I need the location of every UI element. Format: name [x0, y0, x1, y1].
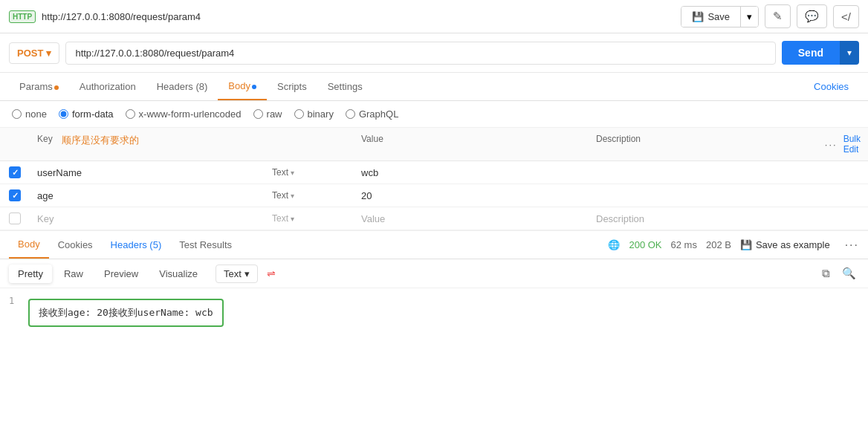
- tab-cookies[interactable]: Cookies: [803, 74, 859, 100]
- th-checkbox: [0, 128, 30, 160]
- status-size: 202 B: [706, 239, 731, 250]
- th-chinese-note: 顺序是没有要求的: [62, 134, 139, 155]
- edit-button[interactable]: ✎: [765, 4, 791, 28]
- save-icon: 💾: [692, 11, 704, 22]
- copy-button[interactable]: ⧉: [819, 264, 833, 283]
- row2-type[interactable]: Text ▾: [265, 185, 354, 206]
- tab-body[interactable]: Body: [218, 73, 267, 100]
- format-chevron-icon: ▾: [244, 268, 250, 279]
- code-button[interactable]: </: [833, 5, 859, 28]
- checkbox-checked-icon: [9, 189, 21, 201]
- resp-tab-headers[interactable]: Headers (5): [102, 232, 171, 258]
- option-graphql[interactable]: GraphQL: [346, 108, 398, 120]
- wrap-icon[interactable]: ⇌: [267, 267, 276, 279]
- bulk-edit-button[interactable]: Bulk Edit: [843, 134, 861, 155]
- checkbox-unchecked-icon: [9, 212, 21, 224]
- status-time: 62 ms: [671, 239, 697, 250]
- row1-description[interactable]: [589, 167, 823, 178]
- method-chevron-icon: ▾: [46, 48, 51, 59]
- response-section: Body Cookies Headers (5) Test Results 🌐 …: [0, 230, 868, 425]
- response-content: 1 接收到age: 20接收到userName: wcb: [9, 296, 859, 327]
- tab-authorization[interactable]: Authorization: [69, 74, 146, 100]
- row2-checkbox[interactable]: [0, 184, 30, 207]
- resp-tab-body[interactable]: Body: [9, 231, 49, 259]
- method-select[interactable]: POST ▾: [9, 42, 59, 64]
- format-preview-button[interactable]: Preview: [95, 265, 147, 283]
- response-tabs: Body Cookies Headers (5) Test Results 🌐 …: [0, 231, 868, 259]
- send-chevron-button[interactable]: ▾: [840, 41, 859, 65]
- title-bar: HTTP http://127.0.0.1:8080/request/param…: [0, 0, 868, 33]
- tab-params[interactable]: Params: [9, 74, 69, 100]
- send-button[interactable]: Send: [782, 41, 840, 65]
- resp-tab-cookies[interactable]: Cookies: [49, 232, 102, 258]
- format-type-select[interactable]: Text ▾: [216, 265, 258, 283]
- option-urlencoded[interactable]: x-www-form-urlencoded: [126, 108, 242, 120]
- option-none[interactable]: none: [12, 108, 47, 120]
- row3-actions: [823, 213, 868, 224]
- more-options-icon[interactable]: ···: [825, 139, 838, 150]
- format-visualize-button[interactable]: Visualize: [150, 265, 207, 283]
- table-row-new: Key Text ▾ Value Description: [0, 207, 868, 230]
- title-actions: 💾 Save ▾ ✎ 💬 </: [681, 4, 859, 28]
- row2-actions: [823, 190, 868, 201]
- th-value: Value: [354, 128, 589, 160]
- url-bar: POST ▾ Send ▾: [0, 33, 868, 73]
- row2-key[interactable]: age: [30, 185, 265, 207]
- resp-tab-test-results[interactable]: Test Results: [170, 232, 241, 258]
- checkbox-checked-icon: [9, 166, 21, 178]
- response-more-icon[interactable]: ···: [845, 239, 859, 252]
- params-table: Key 顺序是没有要求的 Value Description ··· Bulk …: [0, 128, 868, 230]
- table-row: age Text ▾ 20: [0, 184, 868, 207]
- response-text: 接收到age: 20接收到userName: wcb: [39, 307, 213, 318]
- response-body: 1 接收到age: 20接收到userName: wcb: [0, 288, 868, 425]
- response-code-box: 接收到age: 20接收到userName: wcb: [28, 299, 224, 327]
- th-description: Description: [589, 128, 823, 160]
- save-as-example-button[interactable]: 💾 Save as example: [740, 239, 830, 250]
- th-type: [265, 128, 354, 160]
- line-number: 1: [9, 296, 21, 306]
- tab-scripts[interactable]: Scripts: [267, 74, 317, 100]
- save-example-icon: 💾: [740, 239, 752, 250]
- table-row: userName Text ▾ wcb: [0, 161, 868, 184]
- option-raw[interactable]: raw: [253, 108, 282, 120]
- row3-key-placeholder[interactable]: Key: [30, 208, 265, 230]
- row1-key[interactable]: userName: [30, 162, 265, 184]
- th-actions: ··· Bulk Edit: [823, 128, 868, 160]
- row3-type[interactable]: Text ▾: [265, 208, 354, 229]
- title-url: http://127.0.0.1:8080/request/param4: [42, 11, 675, 22]
- row1-value[interactable]: wcb: [354, 162, 589, 184]
- type-chevron-icon: ▾: [291, 192, 294, 200]
- row3-value-placeholder[interactable]: Value: [354, 208, 589, 230]
- response-status: 🌐 200 OK 62 ms 202 B 💾 Save as example ·…: [608, 239, 859, 252]
- format-bar: Pretty Raw Preview Visualize Text ▾ ⇌ ⧉ …: [0, 259, 868, 288]
- option-form-data[interactable]: form-data: [59, 108, 114, 120]
- request-tabs: Params Authorization Headers (8) Body Sc…: [0, 73, 868, 101]
- status-ok: 200 OK: [629, 239, 661, 250]
- option-binary[interactable]: binary: [294, 108, 334, 120]
- save-chevron-button[interactable]: ▾: [740, 7, 758, 27]
- http-badge: HTTP: [9, 10, 36, 23]
- search-button[interactable]: 🔍: [839, 264, 859, 283]
- send-button-group: Send ▾: [782, 41, 859, 65]
- tab-settings[interactable]: Settings: [317, 74, 373, 100]
- row1-checkbox[interactable]: [0, 161, 30, 184]
- row1-type[interactable]: Text ▾: [265, 162, 354, 183]
- body-options: none form-data x-www-form-urlencoded raw…: [0, 101, 868, 128]
- save-button[interactable]: 💾 Save: [681, 7, 740, 27]
- row1-actions: [823, 167, 868, 178]
- row2-description[interactable]: [589, 190, 823, 201]
- row3-description-placeholder[interactable]: Description: [589, 208, 823, 230]
- th-key: Key 顺序是没有要求的: [30, 128, 265, 160]
- format-raw-button[interactable]: Raw: [55, 265, 92, 283]
- save-button-group: 💾 Save ▾: [681, 6, 759, 27]
- comment-button[interactable]: 💬: [797, 4, 827, 28]
- row3-checkbox[interactable]: [0, 207, 30, 230]
- format-pretty-button[interactable]: Pretty: [9, 265, 52, 283]
- table-header: Key 顺序是没有要求的 Value Description ··· Bulk …: [0, 128, 868, 161]
- globe-icon: 🌐: [608, 239, 620, 250]
- type-chevron-icon: ▾: [291, 169, 294, 177]
- row2-value[interactable]: 20: [354, 185, 589, 207]
- format-right-actions: ⧉ 🔍: [819, 264, 859, 283]
- tab-headers[interactable]: Headers (8): [146, 74, 218, 100]
- url-input[interactable]: [65, 42, 775, 65]
